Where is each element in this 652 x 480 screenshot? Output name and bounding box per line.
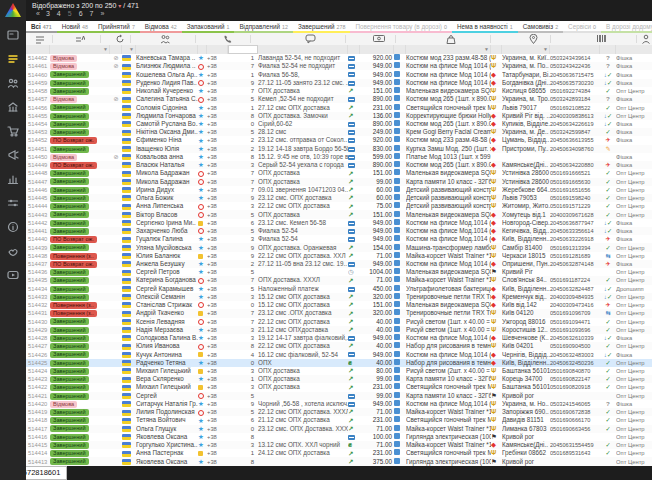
tab-запакований[interactable]: Запакований1 [182,21,235,33]
order-row-514453[interactable]: 514453ЗавершенийНікітіна Оксана Дми..★+3… [26,128,652,136]
order-row-514439[interactable]: 514439ЗавершенийУляна Мусійовська★+389ОП… [26,243,652,251]
order-row-514437[interactable]: 514437ПО Возврат ож.Анжела Безушку★+3822… [26,260,652,268]
filter-input-count[interactable] [228,45,258,54]
order-row-514420[interactable]: 514420ВідмоваСитарчук Наталія Гр..★+389Ч… [26,400,652,408]
app-logo-icon[interactable] [5,3,21,17]
order-row-514444[interactable]: 514444ЗавершенийАнна Липенська+38322.12 … [26,202,652,210]
order-comment: Кемел ,52-54 не подходит [258,95,348,103]
blocked-info-icon[interactable]: ⊘ [113,154,118,160]
filter-address-dropdown[interactable]: ▼ [502,45,550,54]
sidebar-office-icon[interactable] [0,95,26,119]
order-row-514422[interactable]: 514422ЗавершенийМихаил Гилецький+383ОПХ … [26,383,652,391]
order-row-514426[interactable]: 514426ЗавершенийКучук Антонина+38416.12 … [26,350,652,358]
tab-повернення-товару-в-дорозі-[interactable]: Повернення товару (в дорозі)0 [350,21,451,33]
sidebar-orders-list-icon[interactable] [0,47,26,71]
tab-нема-в-наявності[interactable]: Нема в наявності1 [452,21,518,33]
order-row-514457[interactable]: 514457Відмова⊘Салегина Татьяна С..+385Ке… [26,95,652,103]
ukrposhta-icon: Ψ [491,318,496,326]
order-row-514450[interactable]: 514450Відмова⊘Ковальова анна★+38815.12. … [26,153,652,161]
sidebar-cards-icon[interactable] [0,23,26,47]
pager-page-4[interactable]: 4 [57,10,61,17]
order-row-514448[interactable]: 514448ЗавершенийМикола Бадражан+387ОПХ д… [26,169,652,177]
order-row-514435[interactable]: 514435ЗавершенийКатерина Богданова+387ОП… [26,276,652,284]
filter-status-dropdown[interactable]: ▼ [50,45,110,54]
order-row-514415[interactable]: 514415ЗавершенийГоргулько Христина..★+38… [26,441,652,449]
filter-product-dropdown[interactable]: ▼ [406,45,491,54]
sidebar-stats-icon[interactable] [0,167,26,191]
order-row-514449[interactable]: 514449ПО Возврат ож.Власюк Наталья★+383С… [26,161,652,169]
tab-відправлений[interactable]: Відправлений12 [234,21,292,33]
order-row-514413[interactable]: 514413ЗавершенийЯковлева Оксана★+388↗375… [26,457,652,465]
operator-cell: ★ [198,103,207,111]
sidebar-megaphone-icon[interactable] [0,143,26,167]
order-row-514452[interactable]: 514452ПО Возврат ож.Єфименко Ніна★+38223… [26,136,652,144]
tab-прийнятий[interactable]: Прийнятий7 [93,21,140,33]
order-row-514456[interactable]: 514456ЗавершенийСоломія Сідоніна★+38127.… [26,103,652,111]
order-row-514431[interactable]: 514431Повернення (з..Андрій Ткаченко+387… [26,309,652,317]
ukraine-flag-icon [122,459,131,465]
tab-в-дорозі-додому[interactable]: В дорозі додому0 [601,21,652,33]
order-row-514455[interactable]: 514455ЗавершенийЛюдмила Гончарова★+388ОП… [26,112,652,120]
order-row-514443[interactable]: 514443ЗавершенийВіктор Власов+385ОПХ дос… [26,210,652,218]
cod-payment-icon: ↗ [348,450,353,458]
order-row-514419[interactable]: 514419ЗавершенийЛилия Подолинская+38522.… [26,408,652,416]
order-row-514446[interactable]: 514446ЗавершенийИрина Дидух★+38709.01 зв… [26,186,652,194]
order-row-514454[interactable]: 514454ЗавершенийСамотій Руслана Во..★+38… [26,120,652,128]
sidebar-hand-icon[interactable] [0,239,26,263]
order-row-514427[interactable]: 514427ЗавершенийЮлия Иванова+38822.12 см… [26,342,652,350]
order-row-514451[interactable]: 514451ЗавершенийІващенко Юлія★+38219.12 … [26,145,652,153]
pager-page-6[interactable]: 6 [79,10,83,17]
tab-самовивіз[interactable]: Самовивіз2 [518,21,563,33]
order-row-514440[interactable]: 514440ПО Возврат ож.Гуцалюк Галина★+383Ф… [26,235,652,243]
order-row-514442[interactable]: 514442ЗавершенийСергієнко Ірина Ми..+386… [26,219,652,227]
order-row-514417[interactable]: 514417ЗавершенийОльга Глущук★+38023.12 с… [26,425,652,433]
order-row-514461[interactable]: 514461Відмова⊘Близнюк Людмила ..+387Фиал… [26,62,652,70]
product-name: Гирлянда электрическая (100 л [406,433,491,441]
blocked-info-icon[interactable]: ⊘ [113,63,118,69]
order-row-514434[interactable]: 514434ЗавершенийСергей Карамышев★+385Нал… [26,285,652,293]
pager-page-5[interactable]: 5 [68,10,72,17]
order-row-514445[interactable]: 514445ЗавершенийОльга Божик★+38923.12 см… [26,194,652,202]
order-row-514430[interactable]: 514430ЗавершенийКсенія Левадняя+38722.12… [26,318,652,326]
order-row-514433[interactable]: 514433ЗавершенийОлексій Семанін★+38315.1… [26,293,652,301]
order-row-514423[interactable]: 514423ЗавершенийВера Скляренко★+381ОПХ д… [26,375,652,383]
order-row-514432[interactable]: 514432Повернення (з..Станіслав Стрижак+3… [26,301,652,309]
tab-відмова[interactable]: Відмова42 [140,21,182,33]
order-row-514428[interactable]: 514428ЗавершенийСолодкова Галина В..★+38… [26,334,652,342]
sidebar-video-icon[interactable] [0,263,26,287]
package-icon [394,425,400,431]
tab-сервіси[interactable]: Сервіси0 [563,21,601,33]
order-row-514459[interactable]: 514459ЗавершенийРуденко Лидия Пав..+3892… [26,79,652,87]
tab-всі[interactable]: Всі471 [26,21,57,33]
order-row-514460[interactable]: 514460ЗавершенийКошелева Ольга Ар..★+381… [26,70,652,78]
filter-flag-dropdown[interactable]: ▼ [122,45,136,54]
sidebar-cart-icon[interactable] [0,119,26,143]
blocked-info-icon[interactable]: ⊘ [113,55,118,61]
order-row-514421[interactable]: 514421ЗавершенийСергей+38599.00Карта пам… [26,392,652,400]
sidebar-info-icon[interactable] [0,215,26,239]
sidebar-sliders-icon[interactable] [0,191,26,215]
order-row-514447[interactable]: 514447ЗавершенийМикола Бадражан+387ОПХ д… [26,178,652,186]
tab-завершений[interactable]: Завершений278 [293,21,351,33]
status-cell: Завершений [50,211,110,219]
order-row-514438[interactable]: 514438Повернення (з..Юлия Баланюк+38922.… [26,252,652,260]
pager-last-button[interactable]: » [100,10,103,17]
order-row-514441[interactable]: 514441ЗавершенийЗахарченко Люба+385Фиалк… [26,227,652,235]
order-row-514424[interactable]: 514424ЗавершенийМихаил Гилецький+383ОПХ … [26,367,652,375]
order-row-514462[interactable]: 514462Відмова⊘Каневська Тамара ..★+381Ла… [26,54,652,62]
order-row-514436[interactable]: 514436ЗавершенийСергей Петров★+385◷1004.… [26,268,652,276]
pager-page-7[interactable]: 7 [90,10,94,17]
order-row-514429[interactable]: 514429ЗавершенийНадія Мерзаєва★+38321.12… [26,326,652,334]
sidebar-clients-icon[interactable] [0,71,26,95]
order-row-514416[interactable]: 514416ЗавершенийЯковлева Оксана★+388100.… [26,433,652,441]
range-dropdown-caret[interactable]: ▾ [118,3,121,9]
order-row-514418[interactable]: 514418ЗавершенийТетяна Войтович★+38621.1… [26,416,652,424]
order-row-514458[interactable]: 514458ЗавершенийНиколай Кучеренко★+387ОП… [26,87,652,95]
tab-новий[interactable]: Новий48 [57,21,93,33]
pager-first-button[interactable]: « [36,10,39,17]
order-row-514425[interactable]: 514425ЗавершенийРадченко Тетяна★+380ОПХ₴… [26,359,652,367]
client-name: Сергей Петров [136,268,198,276]
pager-page-3[interactable]: 3 [46,10,50,17]
blocked-info-icon[interactable]: ⊘ [113,96,118,102]
order-row-514414[interactable]: 514414ЗавершенийАнна Пастернак+38124.12 … [26,449,652,457]
